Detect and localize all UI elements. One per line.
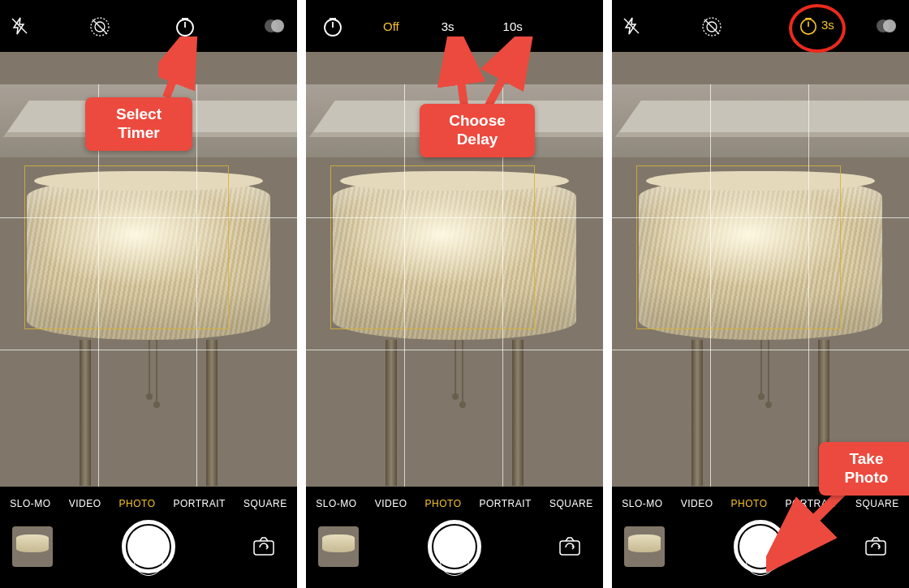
annotation-arrow bbox=[158, 36, 207, 101]
timer-option-10s[interactable]: 10s bbox=[503, 19, 523, 33]
camera-top-toolbar bbox=[0, 0, 297, 52]
svg-line-21 bbox=[782, 491, 843, 552]
callout-select-timer: SelectTimer bbox=[85, 97, 192, 151]
focus-indicator bbox=[330, 165, 535, 329]
camera-screen-step3: 3s 1× SLO-MO VIDEO PHOTO PORTRAIT SQUARE bbox=[612, 0, 909, 588]
filters-icon[interactable] bbox=[876, 18, 897, 37]
camera-mode-strip[interactable]: SLO-MO VIDEO PHOTO PORTRAIT SQUARE bbox=[612, 498, 909, 513]
mode-slomo[interactable]: SLO-MO bbox=[622, 498, 662, 513]
mode-portrait[interactable]: PORTRAIT bbox=[174, 498, 226, 513]
live-photo-off-icon[interactable] bbox=[89, 16, 110, 41]
timer-option-3s[interactable]: 3s bbox=[442, 19, 454, 33]
callout-take-photo: TakePhoto bbox=[819, 442, 909, 496]
annotation-arrows bbox=[428, 36, 541, 109]
callout-choose-delay: ChooseDelay bbox=[420, 104, 535, 157]
camera-flip-icon[interactable] bbox=[859, 530, 893, 564]
mode-photo[interactable]: PHOTO bbox=[425, 498, 462, 513]
svg-line-11 bbox=[456, 45, 464, 105]
filters-icon[interactable] bbox=[264, 18, 285, 37]
mode-square[interactable]: SQUARE bbox=[549, 498, 593, 513]
camera-mode-strip[interactable]: SLO-MO VIDEO PHOTO PORTRAIT SQUARE bbox=[0, 498, 297, 513]
flash-off-icon[interactable] bbox=[10, 16, 29, 39]
mode-photo[interactable]: PHOTO bbox=[731, 498, 768, 513]
mode-square[interactable]: SQUARE bbox=[243, 498, 287, 513]
annotation-arrow bbox=[766, 483, 864, 572]
mode-slomo[interactable]: SLO-MO bbox=[10, 498, 50, 513]
zoom-button[interactable]: 1× bbox=[134, 547, 163, 576]
last-photo-thumbnail[interactable] bbox=[12, 526, 53, 567]
mode-slomo[interactable]: SLO-MO bbox=[316, 498, 356, 513]
live-photo-off-icon[interactable] bbox=[701, 16, 722, 41]
svg-line-8 bbox=[166, 45, 187, 97]
last-photo-thumbnail[interactable] bbox=[624, 526, 665, 567]
svg-point-6 bbox=[271, 19, 284, 32]
timer-option-off[interactable]: Off bbox=[383, 19, 399, 33]
svg-point-19 bbox=[883, 19, 896, 32]
flash-off-icon[interactable] bbox=[622, 16, 641, 39]
camera-screen-step2: Off 3s 10s 1× SLO-MO VIDEO PHOTO PORTRAI… bbox=[306, 0, 603, 588]
camera-flip-icon[interactable] bbox=[553, 530, 587, 564]
camera-mode-strip[interactable]: SLO-MO VIDEO PHOTO PORTRAIT SQUARE bbox=[306, 498, 603, 513]
mode-portrait[interactable]: PORTRAIT bbox=[480, 498, 532, 513]
mode-video[interactable]: VIDEO bbox=[681, 498, 713, 513]
focus-indicator bbox=[24, 165, 229, 329]
zoom-button[interactable]: 1× bbox=[440, 547, 469, 576]
camera-viewfinder[interactable] bbox=[612, 84, 909, 487]
focus-indicator bbox=[636, 165, 841, 329]
camera-flip-icon[interactable] bbox=[247, 530, 281, 564]
mode-video[interactable]: VIDEO bbox=[69, 498, 101, 513]
mode-video[interactable]: VIDEO bbox=[375, 498, 407, 513]
svg-line-12 bbox=[489, 45, 521, 105]
last-photo-thumbnail[interactable] bbox=[318, 526, 359, 567]
camera-top-toolbar: 3s bbox=[612, 0, 909, 52]
camera-screen-step1: 1× SLO-MO VIDEO PHOTO PORTRAIT SQUARE Se… bbox=[0, 0, 297, 588]
mode-photo[interactable]: PHOTO bbox=[119, 498, 156, 513]
highlight-circle bbox=[789, 4, 846, 53]
